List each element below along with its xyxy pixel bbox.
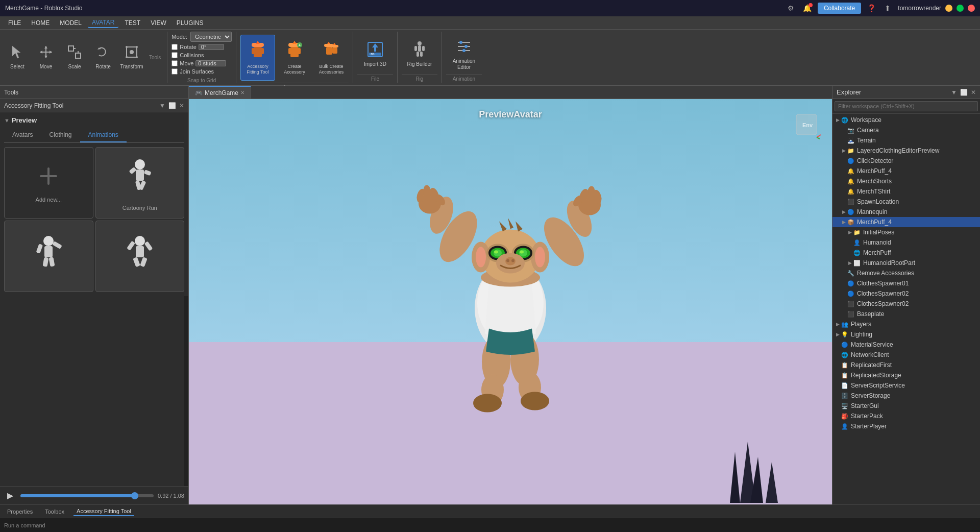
tree-item-lighting[interactable]: ▶💡Lighting [832, 329, 980, 340]
mode-select[interactable]: Geometric Local [190, 32, 232, 42]
explorer-minimize-btn[interactable]: ▼ [951, 89, 957, 96]
explorer-float-btn[interactable]: ⬜ [960, 89, 968, 96]
tree-item-clothesspawner01[interactable]: 🔵ClothesSpawner01 [832, 278, 980, 288]
tree-item-starterpack[interactable]: 🎒StarterPack [832, 411, 980, 421]
command-prompt[interactable]: Run a command [4, 522, 45, 528]
toolbox-tab[interactable]: Toolbox [42, 507, 67, 516]
tree-item-replicatedfirst[interactable]: 📋ReplicatedFirst [832, 360, 980, 370]
nav-cube[interactable]: Env [791, 109, 822, 141]
minimize-button[interactable] [945, 5, 952, 12]
tab-clothing[interactable]: Clothing [41, 128, 80, 142]
transform-tool[interactable]: Transform [118, 34, 145, 80]
icon-btn-notification[interactable]: 🔔 [801, 2, 814, 14]
tree-item-starterplayer[interactable]: 👤StarterPlayer [832, 421, 980, 431]
tree-item-merchpuff[interactable]: 🌐MerchPuff [832, 248, 980, 258]
tree-item-initialposes[interactable]: ▶📁InitialPoses [832, 227, 980, 237]
tree-item-spawnlocation[interactable]: ⬛SpawnLocation [832, 197, 980, 207]
accessory-fitting-tool-button[interactable]: Accessory Fitting Tool [240, 35, 275, 81]
tree-item-mannequin[interactable]: ▶🔵Mannequin [832, 207, 980, 217]
tree-item-clothesspawner02b[interactable]: ⬛ClothesSpawner02 [832, 299, 980, 309]
tree-item-humanoidrootpart[interactable]: ▶⬜HumanoidRootPart [832, 258, 980, 268]
tree-item-serverscriptservice[interactable]: 📄ServerScriptService [832, 380, 980, 391]
tree-arrow[interactable]: ▶ [835, 117, 841, 123]
tree-item-startergui[interactable]: 🖥️StarterGui [832, 401, 980, 411]
create-accessory-button[interactable]: + Create Accessory [277, 35, 312, 81]
icon-btn-help[interactable]: ❓ [865, 2, 877, 14]
tree-item-terrain[interactable]: 🗻Terrain [832, 135, 980, 146]
menu-test[interactable]: TEST [120, 18, 144, 28]
tab-animations[interactable]: Animations [80, 128, 127, 142]
scale-tool[interactable]: Scale [61, 34, 88, 80]
explorer-filter-input[interactable] [835, 101, 978, 111]
add-new-item[interactable]: Add new... [4, 147, 93, 219]
tree-item-removeaccessories[interactable]: 🔧Remove Accessories [832, 268, 980, 278]
play-button[interactable]: ▶ [4, 490, 16, 502]
tree-item-merchtshirt[interactable]: 🔔MerchTShirt [832, 186, 980, 197]
animation-editor-button[interactable]: Animation Editor [446, 35, 482, 72]
tree-arrow[interactable]: ▶ [835, 321, 841, 327]
menu-file[interactable]: FILE [4, 18, 25, 28]
tree-item-merchshorts[interactable]: 🔔MerchShorts [832, 176, 980, 186]
tree-item-merchpuff4_top[interactable]: 🔔MerchPuff_4 [832, 166, 980, 176]
bulk-create-button[interactable]: Bulk Create Accessories [314, 35, 349, 81]
join-surfaces-checkbox[interactable] [172, 68, 178, 75]
move-tool[interactable]: Move [33, 34, 59, 80]
viewport-tab[interactable]: 🎮 MerchGame ✕ [189, 86, 251, 99]
maximize-button[interactable] [957, 5, 964, 12]
move-icon [39, 45, 53, 63]
aft-float-btn[interactable]: ⬜ [168, 102, 176, 109]
tree-item-camera[interactable]: 📷Camera [832, 125, 980, 135]
icon-btn-settings[interactable]: ⚙ [785, 2, 797, 14]
select-tool[interactable]: Select [4, 34, 31, 80]
move-checkbox-row: Move [172, 60, 232, 66]
tree-item-replicatedstorage[interactable]: 📋ReplicatedStorage [832, 370, 980, 380]
rotate-input[interactable] [199, 44, 224, 50]
panel-scrollbar[interactable] [184, 296, 188, 486]
tree-item-baseplate[interactable]: ⬛Baseplate [832, 309, 980, 319]
rig-builder-button[interactable]: Rig Builder [402, 35, 437, 72]
tree-arrow[interactable]: ▶ [841, 209, 847, 215]
menu-home[interactable]: HOME [27, 18, 54, 28]
tree-item-layeredclothing[interactable]: ▶📁LayeredClothingEditorPreview [832, 146, 980, 156]
tree-arrow[interactable]: ▶ [847, 229, 853, 235]
collaborate-button[interactable]: Collaborate [818, 3, 861, 14]
animation-3-item[interactable] [4, 221, 93, 292]
explorer-close-btn[interactable]: ✕ [971, 89, 976, 96]
file-group: 3D Import 3D File [353, 32, 398, 83]
aft-tab[interactable]: Accessory Fitting Tool [74, 507, 134, 516]
menu-plugins[interactable]: PLUGINS [173, 18, 208, 28]
tree-item-workspace[interactable]: ▶🌐Workspace [832, 115, 980, 125]
rotate-tool[interactable]: Rotate [90, 34, 116, 80]
progress-bar[interactable] [20, 494, 154, 497]
properties-tab[interactable]: Properties [4, 507, 36, 516]
close-button[interactable] [968, 5, 975, 12]
tree-arrow[interactable]: ▶ [841, 148, 847, 154]
tab-avatars[interactable]: Avatars [4, 128, 41, 142]
tree-item-networkclient[interactable]: 🌐NetworkClient [832, 350, 980, 360]
aft-minimize-btn[interactable]: ▼ [159, 102, 165, 109]
menu-avatar[interactable]: AVATAR [88, 18, 118, 28]
tree-item-materialservice[interactable]: 🔵MaterialService [832, 340, 980, 350]
tree-arrow[interactable]: ▶ [847, 260, 853, 266]
tree-item-humanoid[interactable]: 👤Humanoid [832, 237, 980, 248]
tree-item-clothesspawner02a[interactable]: 🔵ClothesSpawner02 [832, 288, 980, 299]
tab-close-btn[interactable]: ✕ [240, 90, 244, 95]
tree-arrow[interactable]: ▶ [835, 331, 841, 337]
icon-btn-share[interactable]: ⬆ [881, 2, 894, 14]
tree-arrow[interactable]: ▶ [841, 219, 847, 225]
cartoony-run-item[interactable]: Cartoony Run [95, 147, 185, 219]
move-checkbox[interactable] [172, 60, 178, 66]
aft-close-btn[interactable]: ✕ [179, 102, 184, 109]
tree-item-merchpuff4[interactable]: ▶📦MerchPuff_4 [832, 217, 980, 227]
menu-view[interactable]: VIEW [146, 18, 170, 28]
viewport[interactable]: PreviewAvatar [189, 99, 832, 504]
animation-4-item[interactable] [95, 221, 185, 292]
collisions-checkbox[interactable] [172, 52, 178, 58]
menu-model[interactable]: MODEL [56, 18, 86, 28]
tree-item-players[interactable]: ▶👥Players [832, 319, 980, 329]
tree-item-clickdetector[interactable]: 🔵ClickDetector [832, 156, 980, 166]
move-input[interactable] [195, 60, 226, 66]
rotate-checkbox[interactable] [172, 44, 178, 50]
import-3d-button[interactable]: 3D Import 3D [357, 35, 393, 72]
tree-item-serverstorage[interactable]: 🗄️ServerStorage [832, 391, 980, 401]
